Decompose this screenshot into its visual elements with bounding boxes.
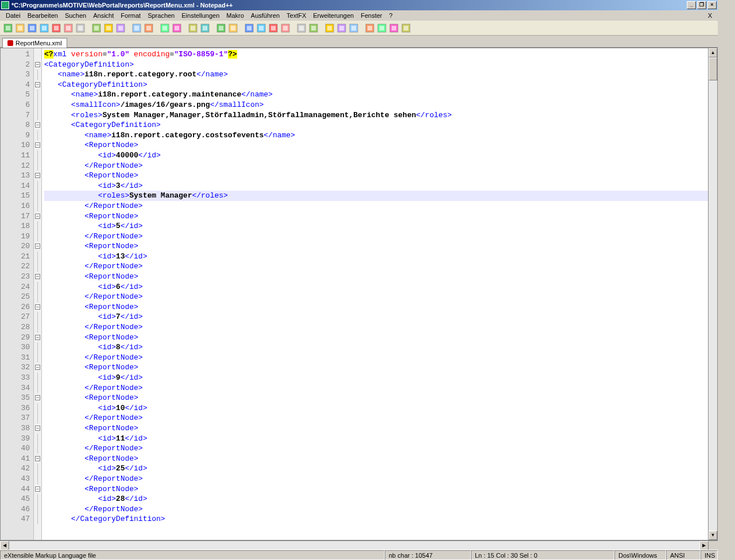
- fold-toggle-icon[interactable]: [35, 274, 40, 279]
- maximize-button[interactable]: ❐: [697, 1, 706, 9]
- code-line[interactable]: <ReportNode>: [44, 393, 708, 403]
- save-all-button[interactable]: [38, 22, 50, 34]
- code-line[interactable]: <ReportNode>: [44, 454, 708, 464]
- code-line[interactable]: </ReportNode>: [44, 231, 708, 242]
- spell-button[interactable]: [400, 22, 412, 34]
- code-line[interactable]: <ReportNode>: [44, 362, 708, 373]
- record-button[interactable]: [296, 22, 307, 34]
- menu-format[interactable]: Format: [117, 11, 144, 20]
- scroll-left-button[interactable]: ◀: [0, 541, 9, 550]
- menu-suchen[interactable]: Suchen: [61, 11, 90, 20]
- menu-sprachen[interactable]: Sprachen: [144, 11, 178, 20]
- vertical-scrollbar[interactable]: ▲ ▼: [708, 48, 717, 540]
- menu-bearbeiten[interactable]: Bearbeiten: [24, 11, 61, 20]
- plug2-button[interactable]: [376, 22, 388, 34]
- fold-toggle-icon[interactable]: [35, 335, 40, 340]
- fold-toggle-icon[interactable]: [35, 365, 40, 370]
- fold-toggle-icon[interactable]: [35, 214, 40, 219]
- code-line[interactable]: <CategoryDefinition>: [44, 60, 708, 70]
- code-line[interactable]: </ReportNode>: [44, 261, 708, 272]
- code-line[interactable]: <id>10</id>: [44, 403, 708, 414]
- menu-einstellungen[interactable]: Einstellungen: [178, 11, 223, 20]
- code-line[interactable]: <ReportNode>: [44, 484, 708, 495]
- copy-button[interactable]: [103, 22, 114, 34]
- fold-toggle-icon[interactable]: [35, 122, 40, 128]
- code-line[interactable]: <name>i18n.report.category.costsofevents…: [44, 130, 708, 141]
- fold-toggle-icon[interactable]: [35, 244, 40, 249]
- code-line[interactable]: <ReportNode>: [44, 241, 708, 252]
- cut-button[interactable]: [91, 22, 102, 34]
- fold-toggle-icon[interactable]: [35, 82, 40, 87]
- open-button[interactable]: [14, 22, 26, 34]
- save-button[interactable]: [26, 22, 38, 34]
- wrap-button[interactable]: [243, 22, 255, 34]
- code-line[interactable]: </ReportNode>: [44, 292, 708, 302]
- code-line[interactable]: <ReportNode>: [44, 211, 708, 222]
- menu-ausführen[interactable]: Ausführen: [247, 11, 283, 20]
- code-line[interactable]: <CategoryDefinition>: [44, 80, 708, 90]
- code-line[interactable]: <ReportNode>: [44, 171, 708, 181]
- close-all-button[interactable]: [63, 22, 74, 34]
- code-line[interactable]: </CategoryDefinition>: [44, 514, 708, 524]
- menu-textfx[interactable]: TextFX: [283, 11, 310, 20]
- show-all-button[interactable]: [256, 22, 267, 34]
- zoom-out-button[interactable]: [199, 22, 211, 34]
- replace-button[interactable]: [171, 22, 183, 34]
- scroll-up-button[interactable]: ▲: [709, 48, 717, 57]
- code-line[interactable]: </ReportNode>: [44, 443, 708, 454]
- code-line[interactable]: <id>25</id>: [44, 464, 708, 474]
- paste-button[interactable]: [115, 22, 126, 34]
- macro3-button[interactable]: [348, 22, 359, 34]
- new-button[interactable]: [2, 22, 14, 34]
- code-line[interactable]: <CategoryDefinition>: [44, 120, 708, 130]
- code-line[interactable]: <id>13</id>: [44, 252, 708, 262]
- code-line[interactable]: <ReportNode>: [44, 272, 708, 282]
- sync-v-button[interactable]: [215, 22, 227, 34]
- fold-toggle-icon[interactable]: [35, 426, 40, 431]
- code-line[interactable]: <id>40000</id>: [44, 150, 708, 161]
- code-line[interactable]: <id>9</id>: [44, 373, 708, 383]
- code-line[interactable]: <id>3</id>: [44, 181, 708, 191]
- code-line[interactable]: <ReportNode>: [44, 302, 708, 312]
- menu-?[interactable]: ?: [385, 11, 396, 20]
- code-line[interactable]: <id>8</id>: [44, 342, 708, 353]
- code-line[interactable]: <id>5</id>: [44, 221, 708, 231]
- horizontal-scrollbar[interactable]: ◀ ▶: [0, 540, 718, 550]
- redo-button[interactable]: [143, 22, 154, 34]
- code-line[interactable]: <id>28</id>: [44, 494, 708, 504]
- fold-toggle-icon[interactable]: [35, 173, 40, 178]
- code-line[interactable]: <?xml version="1.0" encoding="ISO-8859-1…: [44, 49, 708, 60]
- close-button[interactable]: ×: [707, 1, 717, 9]
- code-line[interactable]: </ReportNode>: [44, 504, 708, 515]
- fold-toggle-icon[interactable]: [35, 456, 40, 461]
- code-line[interactable]: </ReportNode>: [44, 353, 708, 363]
- code-line[interactable]: </ReportNode>: [44, 383, 708, 393]
- undo-button[interactable]: [131, 22, 142, 34]
- code-area[interactable]: <?xml version="1.0" encoding="ISO-8859-1…: [42, 48, 708, 540]
- menu-ansicht[interactable]: Ansicht: [90, 11, 117, 20]
- fold-toggle-icon[interactable]: [35, 142, 40, 148]
- find-button[interactable]: [159, 22, 171, 34]
- plug3-button[interactable]: [388, 22, 400, 34]
- mdi-close-icon[interactable]: X: [705, 12, 715, 19]
- sync-h-button[interactable]: [227, 22, 239, 34]
- code-line[interactable]: </ReportNode>: [44, 201, 708, 211]
- scroll-thumb[interactable]: [709, 57, 717, 80]
- code-line[interactable]: <name>i18n.report.category.root</name>: [44, 69, 708, 80]
- close-button[interactable]: [51, 22, 62, 34]
- menu-fenster[interactable]: Fenster: [357, 11, 385, 20]
- code-line[interactable]: <id>6</id>: [44, 282, 708, 292]
- print-button[interactable]: [75, 22, 86, 34]
- guide-button[interactable]: [280, 22, 291, 34]
- macro1-button[interactable]: [324, 22, 335, 34]
- code-line[interactable]: <smallIcon>/images/16/gears.png</smallIc…: [44, 100, 708, 110]
- file-tab[interactable]: ReportMenu.xml: [2, 38, 67, 48]
- menu-makro[interactable]: Makro: [223, 11, 247, 20]
- minimize-button[interactable]: _: [687, 1, 696, 9]
- plug1-button[interactable]: [364, 22, 376, 34]
- code-line[interactable]: <roles>System Manager</roles>: [44, 191, 708, 201]
- code-line[interactable]: </ReportNode>: [44, 322, 708, 333]
- menu-datei[interactable]: Datei: [2, 11, 24, 20]
- code-line[interactable]: <ReportNode>: [44, 423, 708, 434]
- fold-toggle-icon[interactable]: [35, 395, 40, 400]
